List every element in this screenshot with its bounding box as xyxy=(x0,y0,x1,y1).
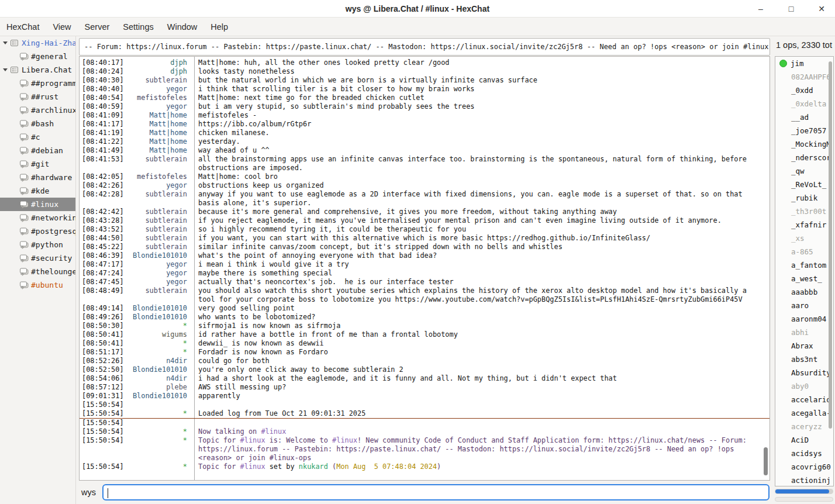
user-row-aby0[interactable]: aby0 xyxy=(775,379,833,393)
user-row-_th3r00t[interactable]: _th3r00t xyxy=(775,205,833,218)
user-row-abrax[interactable]: Abrax xyxy=(775,339,833,353)
menu-window[interactable]: Window xyxy=(162,19,203,34)
nick[interactable]: mefistofeles xyxy=(137,94,187,102)
close-icon[interactable]: ✕ xyxy=(816,4,827,13)
nick[interactable]: subtlerain xyxy=(145,225,187,234)
user-row-_revolt_[interactable]: _ReVoLt_ xyxy=(775,178,833,191)
nick[interactable]: yegor xyxy=(166,260,187,269)
nick[interactable]: Matt|home xyxy=(150,146,187,155)
user-row-_rubik[interactable]: _rubik xyxy=(775,191,833,205)
nick[interactable]: Blondie101010 xyxy=(133,304,187,313)
userlist-hscrollbar[interactable] xyxy=(775,489,833,494)
minimize-icon[interactable]: – xyxy=(755,4,766,13)
user-row-_nderscor[interactable]: _nderscor xyxy=(775,151,833,164)
expander-icon[interactable] xyxy=(1,42,9,44)
user-row-_xfafnir[interactable]: _xfafnir xyxy=(775,218,833,232)
tree-channel-debian[interactable]: #debian xyxy=(0,144,75,157)
user-row-a_west_[interactable]: a_west_ xyxy=(775,272,833,285)
message-input-box[interactable] xyxy=(102,484,770,500)
user-row-__ad[interactable]: __ad xyxy=(775,111,833,124)
user-row-_joe7057[interactable]: _joe7057 xyxy=(775,124,833,137)
menu-settings[interactable]: Settings xyxy=(118,19,158,34)
menu-help[interactable]: Help xyxy=(205,19,233,34)
menu-hexchat[interactable]: HexChat xyxy=(1,19,44,34)
user-row-_xs[interactable]: _xs xyxy=(775,232,833,245)
user-row-_mockingm[interactable]: _MockingM xyxy=(775,137,833,151)
tree-server-liberachat[interactable]: Libera.Chat xyxy=(0,63,75,77)
user-row-acidsys[interactable]: acidsys xyxy=(775,447,833,460)
nick[interactable]: Matt|home xyxy=(150,129,187,137)
user-row-accelario[interactable]: accelario xyxy=(775,393,833,406)
nick[interactable]: subtlerain xyxy=(145,234,187,243)
nick[interactable]: subtlerain xyxy=(145,286,187,295)
user-row-_qw[interactable]: _qw xyxy=(775,164,833,178)
nick[interactable]: Matt|home xyxy=(150,111,187,120)
tree-channel-rust[interactable]: ##rust xyxy=(0,90,75,103)
message-input[interactable] xyxy=(103,485,768,499)
nick[interactable]: subtlerain xyxy=(145,243,187,251)
nick[interactable]: * xyxy=(183,339,187,348)
nick[interactable]: * xyxy=(183,409,187,418)
user-row-acovrig60[interactable]: acovrig60 xyxy=(775,460,833,474)
menu-view[interactable]: View xyxy=(47,19,76,34)
tree-channel-programmin[interactable]: ##programmin xyxy=(0,77,75,90)
nick[interactable]: yegor xyxy=(166,102,187,111)
expander-icon[interactable] xyxy=(1,68,9,71)
user-row-a-865[interactable]: a-865 xyxy=(775,245,833,258)
tree-channel-linux[interactable]: #linux xyxy=(0,198,75,211)
user-row-aceryzz[interactable]: aceryzz xyxy=(775,420,833,433)
tree-channel-thelounge[interactable]: #thelounge xyxy=(0,265,75,278)
user-row-actioninj[interactable]: actioninj xyxy=(775,474,833,486)
topic-bar[interactable]: -- Forum: https://linux.forum -- Pastebi… xyxy=(79,38,770,56)
user-row-aaabbb[interactable]: aaabbb xyxy=(775,285,833,299)
nick[interactable]: subtlerain xyxy=(145,155,187,164)
user-row-082aahpf6[interactable]: 082AAHPF6 xyxy=(775,70,833,84)
nick[interactable]: n4dir xyxy=(166,374,187,383)
tree-channel-networking[interactable]: #networking xyxy=(0,211,75,225)
user-row-jim[interactable]: jim xyxy=(775,57,833,70)
chat-area[interactable]: [08:40:17]djphMatt|home: huh, all the ot… xyxy=(79,56,770,481)
tree-channel-git[interactable]: #git xyxy=(0,157,75,171)
nick[interactable]: djph xyxy=(170,67,187,76)
nick[interactable]: Blondie101010 xyxy=(133,251,187,260)
tree-channel-general[interactable]: #general xyxy=(0,50,75,63)
user-row-acid[interactable]: AciD xyxy=(775,433,833,447)
nick[interactable]: mefistofeles xyxy=(137,172,187,181)
nick[interactable]: Blondie101010 xyxy=(133,313,187,322)
nick[interactable]: Blondie101010 xyxy=(133,365,187,374)
nick[interactable]: yegor xyxy=(166,269,187,278)
userlist-hscrollbar-track[interactable] xyxy=(775,497,833,502)
nick[interactable]: * xyxy=(183,322,187,330)
nick[interactable]: Matt|home xyxy=(150,120,187,129)
tree-channel-security[interactable]: #security xyxy=(0,251,75,265)
nick[interactable]: yegor xyxy=(166,181,187,190)
menu-server[interactable]: Server xyxy=(80,19,115,34)
tree-channel-archlinux[interactable]: #archlinux xyxy=(0,103,75,117)
nick[interactable]: Blondie101010 xyxy=(133,392,187,401)
nick[interactable]: * xyxy=(183,436,187,445)
user-row-_0xdelta[interactable]: _0xdelta xyxy=(775,97,833,111)
user-row-abs3nt[interactable]: abs3nt xyxy=(775,353,833,366)
nick[interactable]: subtlerain xyxy=(145,190,187,199)
nick[interactable]: * xyxy=(183,348,187,357)
user-row-_0xdd[interactable]: _0xdd xyxy=(775,84,833,97)
userlist-scrollbar[interactable] xyxy=(828,58,833,485)
user-row-a_fantom[interactable]: a_fantom xyxy=(775,258,833,272)
user-row-absurdity[interactable]: Absurdity xyxy=(775,366,833,379)
user-row-aaronm04[interactable]: aaronm04 xyxy=(775,312,833,326)
nick[interactable]: subtlerain xyxy=(145,216,187,225)
nick[interactable]: subtlerain xyxy=(145,76,187,85)
user-row-acegalla-[interactable]: acegalla- xyxy=(775,406,833,420)
nick[interactable]: Matt|home xyxy=(150,137,187,146)
maximize-icon[interactable]: □ xyxy=(786,4,796,13)
nick[interactable]: yegor xyxy=(166,278,187,286)
nick[interactable]: wigums xyxy=(162,330,187,339)
userlist-hscrollbar-thumb[interactable] xyxy=(775,489,829,493)
tree-channel-c[interactable]: #c xyxy=(0,130,75,144)
userlist-scrollbar-thumb[interactable] xyxy=(829,61,832,429)
tree-channel-ubuntu[interactable]: #ubuntu xyxy=(0,278,75,292)
nick[interactable]: n4dir xyxy=(166,357,187,365)
tree-server-xinghaizhan[interactable]: Xing-Hai-Zhan xyxy=(0,36,75,50)
user-row-aaro[interactable]: aaro xyxy=(775,299,833,312)
nick[interactable]: plebe xyxy=(166,383,187,392)
